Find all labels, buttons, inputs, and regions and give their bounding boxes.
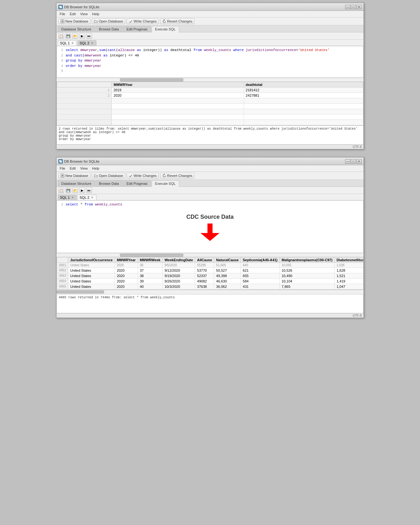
col2-malignant: Malignantneoplasms(C00-C97) [279,257,334,262]
svg-rect-2 [59,7,61,8]
h-scrollbar-table-2[interactable] [56,290,364,294]
results-table-1: MMWRYear deathtotal 1 2019 2181412 2 202… [57,82,363,125]
svg-rect-11 [61,160,62,161]
sql-run-icon-2[interactable]: ▶ [79,187,85,193]
open-database-button-1[interactable]: Open Database [92,18,125,24]
tab-execute-sql-1[interactable]: Execute SQL [152,26,179,32]
sql-icon-1c[interactable]: 📂 [72,33,78,39]
sql-stop-icon-2[interactable]: ⏭ [86,187,92,193]
tab-edit-pragmas-2[interactable]: Edit Pragmas [123,180,151,186]
minimize-button-1[interactable]: ─ [345,5,350,9]
h-scroll-thumb-table-2[interactable] [56,290,104,294]
write-icon-2 [129,174,133,178]
sql-editor-2[interactable]: 1 select * from weekly_counts CDC Source… [56,200,364,253]
sql-tab-2[interactable]: SQL 2 ✕ [77,40,96,46]
main-tabs-1: Database Structure Browse Data Edit Prag… [56,25,364,32]
main-tabs-2: Database Structure Browse Data Edit Prag… [56,180,364,187]
svg-rect-16 [207,224,213,234]
title-bar-1: DB Browser for SQLite ─ □ ✕ [56,3,364,11]
menu-view-1[interactable]: View [78,11,90,16]
title-bar-left-2: DB Browser for SQLite [58,159,99,164]
sql-line-5: 5 [59,68,361,74]
h-scrollbar-1[interactable] [56,78,364,81]
sql-stop-icon-1[interactable]: ⏭ [86,33,92,39]
new-database-button-1[interactable]: New Database [58,18,90,24]
sql-tab-2-1-close[interactable]: ✕ [71,196,74,199]
col2-diabetes: Diabetesmellitus(E10-E14) [334,257,364,262]
sql-tab-1-active[interactable]: SQL 1 ✕ [58,40,77,46]
menu-file-1[interactable]: File [58,11,67,16]
new-database-button-2[interactable]: New Database [58,173,90,178]
cdc-source-label: CDC Source Data [59,214,361,220]
close-button-2[interactable]: ✕ [357,159,362,164]
status-bar-2: 4965 rows returned in 744ms from: select… [56,294,364,313]
tab-edit-pragmas-1[interactable]: Edit Pragmas [123,26,151,32]
sql-tab-2-1[interactable]: SQL 1 ✕ [58,195,77,200]
h-scroll-thumb-1[interactable] [120,78,183,81]
h-scroll-thumb-2[interactable] [120,254,183,257]
col2-naturalcause: NaturalCause [214,257,241,262]
sql-tab-2-close[interactable]: ✕ [91,42,94,45]
tab-database-structure-2[interactable]: Database Structure [58,180,95,186]
menu-view-2[interactable]: View [78,166,90,171]
col2-allcause: AllCause [195,257,214,262]
tab-database-structure-1[interactable]: Database Structure [58,26,95,32]
app-icon-2 [58,159,63,164]
menu-file-2[interactable]: File [58,166,67,171]
svg-rect-8 [59,160,61,161]
sql-toolbar-1: 📋 💾 📂 ▶ ⏭ [56,32,364,40]
h-scrollbar-2[interactable] [56,253,364,257]
table-row-empty [57,104,363,109]
tab-browse-data-1[interactable]: Browse Data [95,26,122,32]
table-row-empty [57,109,363,114]
revert-icon-2 [162,174,166,178]
window-title-2: DB Browser for SQLite [64,159,99,163]
sql-tab-2-2-close[interactable]: ✕ [91,196,94,199]
menu-help-1[interactable]: Help [90,11,101,16]
revert-changes-button-2[interactable]: Revert Changes [160,173,195,178]
menu-edit-1[interactable]: Edit [68,11,78,16]
menu-edit-2[interactable]: Edit [68,166,78,171]
write-changes-button-1[interactable]: Write Changes [127,18,159,24]
sql-tabs-bar-2: SQL 1 ✕ SQL 2 ✕ [56,194,364,200]
sql-tab-1-close[interactable]: ✕ [71,42,74,45]
col-rownum [57,82,112,88]
open-database-button-2[interactable]: Open Database [92,173,125,178]
results-area-1: MMWRYear deathtotal 1 2019 2181412 2 202… [56,81,364,126]
sql-icon-2b[interactable]: 💾 [65,187,71,193]
maximize-button-1[interactable]: □ [351,5,356,9]
red-arrow-icon [200,224,220,241]
sql-icon-2a[interactable]: 📋 [58,187,64,193]
close-button-1[interactable]: ✕ [357,5,362,9]
table-row: 4965 United States 2020 40 10/3/2020 376… [57,284,364,289]
title-controls-2: ─ □ ✕ [345,159,362,164]
status-text-1: 2 rows returned in 112ms from: select mm… [59,127,361,131]
svg-rect-3 [61,6,62,7]
title-bar-left-1: DB Browser for SQLite [58,5,99,9]
minimize-button-2[interactable]: ─ [345,159,350,164]
menu-help-2[interactable]: Help [90,166,101,171]
tab-execute-sql-2[interactable]: Execute SQL [152,180,179,187]
write-changes-button-2[interactable]: Write Changes [127,173,159,178]
sql-tab-2-2-active[interactable]: SQL 2 ✕ [77,195,96,200]
svg-rect-0 [59,6,61,7]
sql-icon-1a[interactable]: 📋 [58,33,64,39]
tab-browse-data-2[interactable]: Browse Data [95,180,122,186]
window1: DB Browser for SQLite ─ □ ✕ File Edit Vi… [56,3,364,149]
table-row: 1 2019 2181412 [57,88,363,93]
main-toolbar-2: New Database Open Database Write Changes… [56,172,364,180]
maximize-button-2[interactable]: □ [351,159,356,164]
revert-changes-button-1[interactable]: Revert Changes [160,18,195,24]
sql-line-2-1: 1 select * from weekly_counts [59,202,361,207]
table-row: 4962 United States 2020 37 9/12/2020 537… [57,268,364,273]
window-spacer [0,152,420,154]
menu-bar-2: File Edit View Help [56,165,364,172]
sql-run-icon-1[interactable]: ▶ [79,33,85,39]
status-bar-1: 2 rows returned in 112ms from: select mm… [56,126,364,145]
svg-marker-15 [164,174,165,175]
sql-editor-1[interactable]: 1 select mmwryear,sum(cast(allcause as i… [56,46,364,78]
sql-icon-2c[interactable]: 📂 [72,187,78,193]
table-row-empty [57,114,363,120]
sql-icon-1b[interactable]: 💾 [65,33,71,39]
results-header-1: MMWRYear deathtotal [57,82,363,88]
